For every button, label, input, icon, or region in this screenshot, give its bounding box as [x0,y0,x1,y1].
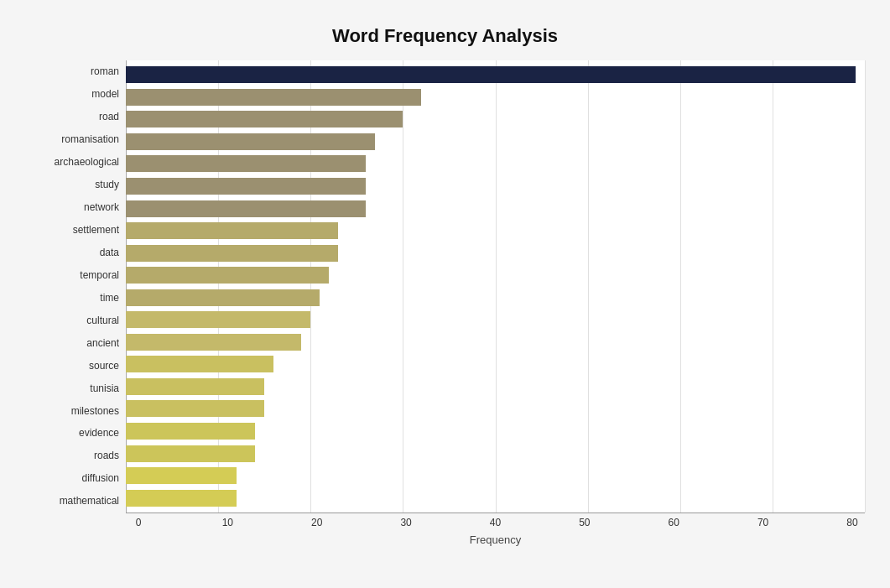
bar-row [126,221,865,241]
bar [126,445,255,462]
y-label: study [95,174,119,195]
y-label: mathematical [60,491,119,511]
bar [126,400,264,417]
bar-row [126,288,865,308]
bar-row [126,199,865,219]
y-label: diffusion [82,468,119,488]
x-axis-title: Frequency [126,533,865,546]
bar-row [126,132,865,152]
x-tick-label: 60 [661,517,686,528]
y-label: tunisia [90,378,119,398]
bar [126,378,264,395]
bar [126,222,338,239]
bar-row [126,466,865,486]
bar [126,245,338,262]
x-tick-label: 20 [304,517,330,528]
bar-row [126,265,865,285]
bar [126,200,366,217]
chart-area: romanmodelroadromanisationarchaeological… [25,60,865,513]
bar [126,289,320,306]
x-tick-label: 10 [215,517,240,528]
bar [126,423,255,440]
bar [126,111,403,127]
y-label: settlement [73,220,119,240]
y-label: road [99,107,119,127]
bar-row [126,488,865,508]
y-label: model [91,84,119,104]
bars-background [126,60,865,513]
y-label: temporal [80,265,119,285]
bar-row [126,154,865,174]
y-label: cultural [86,310,119,330]
bar-row [126,243,865,263]
bar-row [126,65,865,85]
y-label: archaeological [55,152,119,172]
x-tick-label: 0 [126,517,151,528]
bar-row [126,398,865,419]
bar-row [126,421,865,441]
y-label: romanisation [61,129,119,149]
y-label: source [89,356,119,376]
bar [126,155,366,172]
y-label: network [84,197,119,217]
bar [126,334,301,351]
bar [126,490,237,507]
chart-title: Word Frequency Analysis [332,25,558,47]
bar [126,311,310,328]
bar-row [126,354,865,374]
x-tick-label: 50 [572,517,597,528]
bar [126,66,856,83]
x-tick-label: 70 [751,517,776,528]
x-tick-label: 80 [840,517,865,528]
bar [126,267,329,284]
bar [126,178,366,195]
bar [126,89,421,106]
bar-row [126,444,865,464]
y-label: roman [91,61,119,81]
bar-row [126,377,865,397]
bar-row [126,109,865,129]
y-label: ancient [86,333,119,353]
bar-row [126,332,865,352]
grid-line [865,60,866,513]
bottom-section: 01020304050607080 Frequency [25,513,865,546]
y-label: roads [94,445,119,466]
x-tick-label: 30 [393,517,419,528]
x-axis-area: 01020304050607080 Frequency [126,513,865,546]
y-axis-labels: romanmodelroadromanisationarchaeological… [25,60,126,513]
y-label: evidence [79,423,119,443]
bar [126,467,237,484]
bars-section [126,60,865,513]
y-label: data [100,242,119,263]
bar-row [126,310,865,330]
y-label: time [100,288,119,308]
bar-row [126,176,865,196]
bar [126,356,273,372]
y-label: milestones [71,401,119,421]
bar [126,133,375,150]
bar-row [126,87,865,107]
chart-container: Word Frequency Analysis romanmodelroadro… [8,8,882,588]
x-tick-label: 40 [483,517,508,528]
